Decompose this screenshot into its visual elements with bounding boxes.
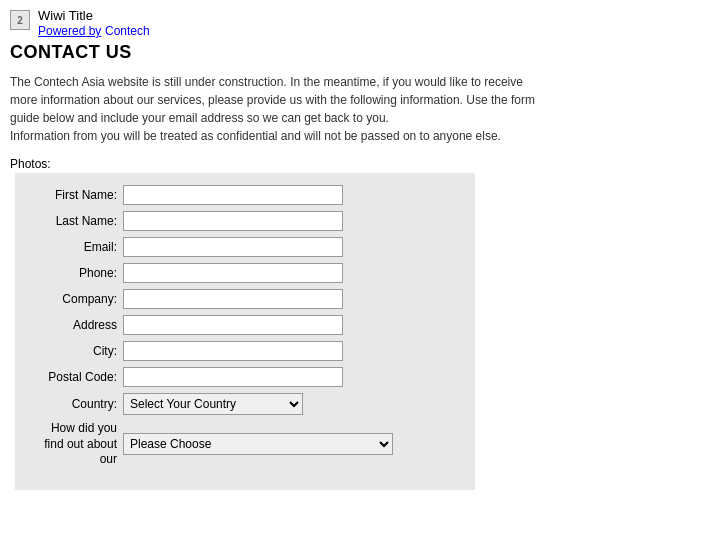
country-select[interactable]: Select Your Country xyxy=(123,393,303,415)
first-name-input[interactable] xyxy=(123,185,343,205)
how-label: How did you find out about our xyxy=(33,421,123,468)
page-title: CONTACT US xyxy=(10,42,717,63)
email-input[interactable] xyxy=(123,237,343,257)
contact-form: First Name: Last Name: Email: Phone: Com… xyxy=(15,173,475,490)
description-line1: The Contech Asia website is still under … xyxy=(10,75,535,125)
phone-row: Phone: xyxy=(33,263,457,283)
last-name-label: Last Name: xyxy=(33,214,123,228)
postal-code-input[interactable] xyxy=(123,367,343,387)
last-name-input[interactable] xyxy=(123,211,343,231)
address-input[interactable] xyxy=(123,315,343,335)
how-row: How did you find out about our Please Ch… xyxy=(33,421,457,468)
country-row: Country: Select Your Country xyxy=(33,393,457,415)
top-logo-area: 2 Wiwi Title Powered by Contech xyxy=(10,8,717,38)
city-input[interactable] xyxy=(123,341,343,361)
page-wrapper: 2 Wiwi Title Powered by Contech CONTACT … xyxy=(0,0,727,498)
how-select[interactable]: Please Choose xyxy=(123,433,393,455)
company-label: Company: xyxy=(33,292,123,306)
phone-label: Phone: xyxy=(33,266,123,280)
first-name-row: First Name: xyxy=(33,185,457,205)
last-name-row: Last Name: xyxy=(33,211,457,231)
title-powered-block: Wiwi Title Powered by Contech xyxy=(38,8,150,38)
first-name-label: First Name: xyxy=(33,188,123,202)
postal-code-label: Postal Code: xyxy=(33,370,123,384)
city-row: City: xyxy=(33,341,457,361)
description-block: The Contech Asia website is still under … xyxy=(10,73,540,145)
phone-input[interactable] xyxy=(123,263,343,283)
address-row: Address xyxy=(33,315,457,335)
address-label: Address xyxy=(33,318,123,332)
wiwi-title: Wiwi Title xyxy=(38,8,150,23)
country-label: Country: xyxy=(33,397,123,411)
logo-icon: 2 xyxy=(10,10,30,30)
powered-by-link[interactable]: Powered by xyxy=(38,24,101,38)
photos-label: Photos: xyxy=(10,157,717,171)
postal-code-row: Postal Code: xyxy=(33,367,457,387)
email-row: Email: xyxy=(33,237,457,257)
powered-by-brand[interactable]: Contech xyxy=(105,24,150,38)
email-label: Email: xyxy=(33,240,123,254)
description-line2: Information from you will be treated as … xyxy=(10,129,501,143)
company-input[interactable] xyxy=(123,289,343,309)
city-label: City: xyxy=(33,344,123,358)
company-row: Company: xyxy=(33,289,457,309)
